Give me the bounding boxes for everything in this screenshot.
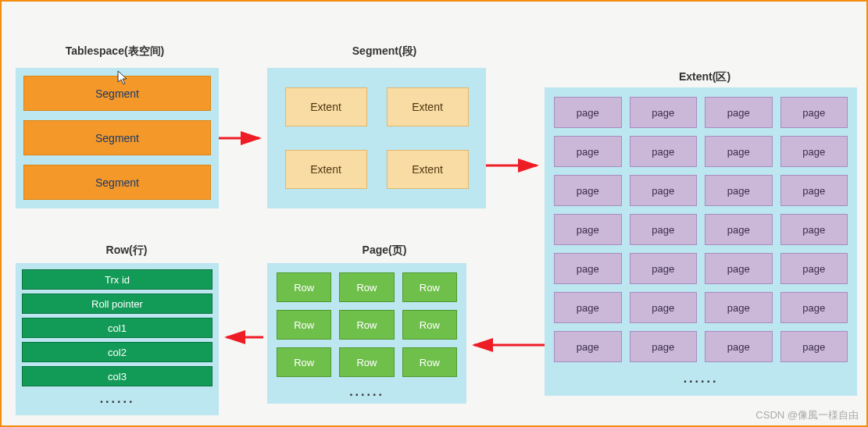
arrow-tablespace-to-segment: [219, 130, 267, 146]
arrow-segment-to-extent: [486, 158, 545, 173]
page-block: page: [630, 214, 698, 245]
row-field: Trx id: [22, 269, 213, 290]
page-block: page: [780, 331, 848, 362]
tablespace-panel: Segment Segment Segment: [16, 68, 219, 208]
page-block: page: [705, 292, 773, 323]
page-block: page: [554, 253, 622, 284]
row-block: Row: [339, 272, 394, 302]
segment-block: Segment: [23, 76, 211, 111]
page-block: page: [630, 253, 698, 284]
page-block: page: [705, 331, 773, 362]
page-block: page: [780, 175, 848, 206]
page-block: page: [780, 136, 848, 167]
extent-panel: pagepagepagepagepagepagepagepagepagepage…: [545, 87, 857, 396]
page-block: page: [705, 175, 773, 206]
row-block: Row: [402, 347, 457, 377]
page-block: page: [630, 292, 698, 323]
row-field: Roll pointer: [22, 294, 213, 314]
row-block: Row: [339, 310, 394, 340]
arrow-extent-to-page: [466, 337, 548, 353]
page-block: page: [554, 136, 622, 167]
extent-ellipsis: ......: [554, 372, 848, 386]
page-title: Page(页): [338, 244, 431, 258]
row-field: col2: [22, 342, 213, 362]
page-block: page: [780, 253, 848, 284]
segment-title: Segment(段): [322, 44, 447, 59]
row-field: col3: [22, 366, 213, 386]
row-field: col1: [22, 318, 213, 338]
page-grid: RowRowRowRowRowRowRowRowRow: [277, 272, 457, 377]
page-block: page: [705, 136, 773, 167]
extent-grid: pagepagepagepagepagepagepagepagepagepage…: [554, 97, 848, 362]
page-block: page: [554, 175, 622, 206]
page-block: page: [705, 214, 773, 245]
page-block: page: [554, 292, 622, 323]
row-block: Row: [277, 310, 331, 340]
extent-block: Extent: [285, 150, 367, 189]
watermark-text: CSDN @像風一様自由: [755, 408, 859, 422]
page-block: page: [630, 175, 698, 206]
page-block: page: [780, 97, 848, 128]
page-block: page: [554, 97, 622, 128]
extent-block: Extent: [387, 150, 469, 189]
row-title: Row(行): [88, 244, 166, 258]
page-block: page: [780, 214, 848, 245]
segment-block: Segment: [23, 120, 211, 155]
page-block: page: [554, 214, 622, 245]
extent-block: Extent: [285, 87, 367, 126]
tablespace-title: Tablespace(表空间): [45, 44, 185, 59]
diagram-canvas: Tablespace(表空间) Segment(段) Extent(区) Pag…: [2, 2, 866, 425]
page-block: page: [630, 136, 698, 167]
page-ellipsis: ......: [277, 385, 457, 399]
row-block: Row: [277, 272, 331, 302]
page-block: page: [705, 253, 773, 284]
extent-title: Extent(区): [650, 70, 759, 84]
row-ellipsis: ......: [22, 392, 213, 406]
segment-block: Segment: [23, 165, 211, 200]
row-block: Row: [277, 347, 331, 377]
page-block: page: [630, 331, 698, 362]
segment-panel: Extent Extent Extent Extent: [267, 68, 486, 208]
page-block: page: [705, 97, 773, 128]
page-block: page: [554, 331, 622, 362]
row-panel: Trx id Roll pointer col1 col2 col3 .....…: [16, 263, 219, 415]
row-block: Row: [339, 347, 394, 377]
arrow-page-to-row: [219, 329, 267, 345]
row-block: Row: [402, 310, 457, 340]
page-panel: RowRowRowRowRowRowRowRowRow ......: [267, 263, 466, 404]
row-block: Row: [402, 272, 457, 302]
page-block: page: [780, 292, 848, 323]
page-block: page: [630, 97, 698, 128]
extent-block: Extent: [387, 87, 469, 126]
